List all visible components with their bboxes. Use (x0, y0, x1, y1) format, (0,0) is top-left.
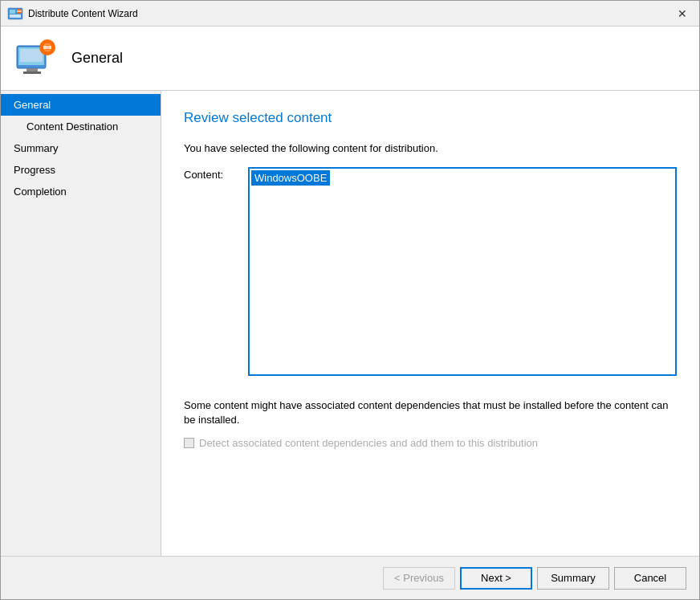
sidebar-item-completion[interactable]: Completion (1, 181, 161, 202)
previous-button[interactable]: < Previous (383, 567, 455, 590)
svg-rect-9 (23, 71, 41, 74)
sidebar-item-progress[interactable]: Progress (1, 159, 161, 181)
svg-rect-8 (26, 68, 38, 71)
svg-rect-1 (10, 10, 15, 14)
cancel-button[interactable]: Cancel (614, 567, 686, 590)
title-bar: Distribute Content Wizard ✕ (1, 1, 699, 27)
sidebar-item-content-destination[interactable]: Content Destination (1, 116, 161, 137)
checkbox-row: Detect associated content dependencies a… (184, 437, 677, 449)
wizard-window: Distribute Content Wizard ✕ General Gene… (0, 0, 700, 600)
content-row: Content: WindowsOOBE (184, 167, 677, 376)
checkbox-label: Detect associated content dependencies a… (199, 437, 538, 449)
main-title: Review selected content (184, 110, 677, 126)
content-label: Content: (184, 167, 248, 181)
header-icon (14, 36, 59, 81)
dependencies-checkbox[interactable] (184, 438, 194, 448)
window-icon (7, 6, 23, 22)
sidebar: General Content Destination Summary Prog… (1, 91, 161, 556)
summary-button[interactable]: Summary (537, 567, 609, 590)
close-button[interactable]: ✕ (672, 3, 693, 24)
svg-rect-4 (17, 10, 22, 12)
next-button[interactable]: Next > (460, 567, 532, 590)
content-area: General Content Destination Summary Prog… (1, 91, 699, 556)
svg-rect-7 (20, 49, 43, 62)
header-section: General (1, 27, 699, 91)
sidebar-item-summary[interactable]: Summary (1, 137, 161, 159)
window-title: Distribute Content Wizard (28, 8, 672, 19)
notice-text: Some content might have associated conte… (184, 398, 677, 427)
svg-rect-2 (10, 14, 21, 18)
description-text: You have selected the following content … (184, 142, 677, 154)
content-listbox[interactable]: WindowsOOBE (248, 167, 677, 376)
main-panel: Review selected content You have selecte… (161, 91, 699, 556)
header-title: General (71, 50, 123, 67)
sidebar-item-general[interactable]: General (1, 94, 161, 116)
content-listbox-item: WindowsOOBE (251, 170, 330, 186)
footer: < Previous Next > Summary Cancel (1, 556, 699, 599)
